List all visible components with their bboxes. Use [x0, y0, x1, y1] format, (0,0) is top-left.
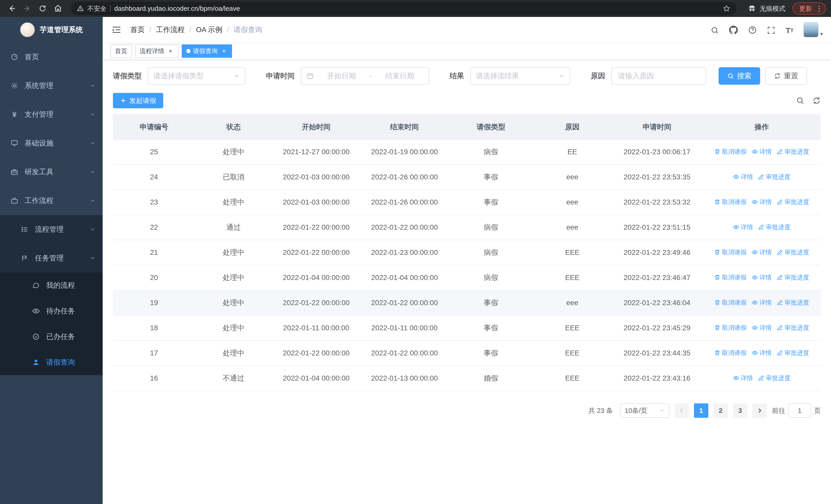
- page-size-select[interactable]: 10条/页: [620, 404, 669, 418]
- detail-action[interactable]: 详情: [733, 173, 753, 181]
- sidebar-item-home[interactable]: 首页: [0, 42, 103, 71]
- detail-action[interactable]: 详情: [733, 223, 753, 231]
- app-logo[interactable]: 芋道管理系统: [0, 17, 103, 42]
- sidebar-item-done-tasks[interactable]: 已办任务: [0, 324, 103, 350]
- breadcrumb-item[interactable]: 首页: [131, 25, 145, 35]
- fullscreen-icon[interactable]: [763, 23, 780, 37]
- tab-home[interactable]: 首页: [110, 45, 132, 58]
- approval-progress-action[interactable]: 审批进度: [777, 198, 809, 206]
- cell-leave-type: 病假: [449, 139, 533, 165]
- breadcrumb-item[interactable]: OA 示例: [196, 25, 223, 35]
- approval-progress-action[interactable]: 审批进度: [777, 273, 809, 281]
- cell-leave-type: 事假: [449, 190, 533, 215]
- update-chip[interactable]: 更新 ⋮: [793, 2, 826, 14]
- approval-progress-action[interactable]: 审批进度: [777, 148, 809, 156]
- calendar-icon: [307, 72, 314, 80]
- sidebar-item-devtools[interactable]: 研发工具: [0, 157, 103, 186]
- cancel-leave-action[interactable]: 取消请假: [714, 248, 747, 256]
- close-icon[interactable]: ×: [220, 48, 227, 55]
- detail-action[interactable]: 详情: [752, 273, 772, 281]
- cancel-leave-action[interactable]: 取消请假: [714, 148, 747, 156]
- cancel-leave-action[interactable]: 取消请假: [714, 273, 747, 281]
- github-icon[interactable]: [724, 23, 742, 37]
- approval-progress-action[interactable]: 审批进度: [777, 324, 809, 332]
- chevron-right-icon: [756, 408, 763, 414]
- sidebar-item-todo-tasks[interactable]: 待办任务: [0, 298, 103, 324]
- cancel-leave-action[interactable]: 取消请假: [714, 324, 747, 332]
- prev-page-button[interactable]: [675, 404, 689, 418]
- sidebar-item-infrastructure[interactable]: 基础设施: [0, 129, 103, 157]
- address-bar[interactable]: 不安全 dashboard.yudao.iocoder.cn/bpm/oa/le…: [71, 2, 737, 15]
- approval-progress-action[interactable]: 审批进度: [758, 173, 791, 181]
- sidebar-item-workflow[interactable]: 工作流程: [0, 186, 103, 215]
- approval-progress-action[interactable]: 审批进度: [777, 248, 809, 256]
- date-range-picker[interactable]: 开始日期 - 结束日期: [301, 67, 429, 85]
- reload-button[interactable]: [36, 2, 49, 15]
- leave-type-label: 请假类型: [113, 71, 142, 81]
- sidebar-toggle-icon[interactable]: [110, 23, 123, 36]
- detail-action[interactable]: 详情: [752, 324, 772, 332]
- reset-button[interactable]: 重置: [765, 67, 807, 85]
- detail-action[interactable]: 详情: [752, 248, 772, 256]
- page-button-2[interactable]: 2: [713, 404, 728, 418]
- sidebar-item-my-processes[interactable]: 我的流程: [0, 272, 103, 298]
- detail-action[interactable]: 详情: [752, 198, 772, 206]
- cancel-leave-action[interactable]: 取消请假: [714, 349, 747, 357]
- cancel-leave-action[interactable]: 取消请假: [714, 198, 747, 206]
- close-icon[interactable]: ×: [167, 48, 174, 55]
- approval-progress-action[interactable]: 审批进度: [758, 374, 791, 382]
- create-leave-label: 发起请假: [130, 96, 156, 105]
- cell-apply-id: 24: [113, 165, 195, 190]
- sidebar-item-payment[interactable]: ¥ 支付管理: [0, 100, 103, 129]
- page-button-1[interactable]: 1: [694, 404, 708, 418]
- search-icon[interactable]: [706, 23, 723, 37]
- menu-dots-icon[interactable]: ⋮: [815, 4, 823, 13]
- user-menu[interactable]: ▾: [803, 22, 823, 37]
- forward-button[interactable]: [21, 2, 34, 15]
- approval-progress-action[interactable]: 审批进度: [777, 298, 809, 307]
- cell-start-time: 2022-01-22 00:00:00: [272, 290, 360, 316]
- sidebar-item-process-management[interactable]: 流程管理: [0, 215, 103, 244]
- create-leave-button[interactable]: 发起请假: [113, 93, 163, 108]
- font-size-icon[interactable]: TT: [781, 24, 798, 37]
- refresh-icon[interactable]: [812, 96, 821, 105]
- reason-label: 原因: [591, 71, 605, 81]
- detail-action[interactable]: 详情: [752, 298, 772, 307]
- sidebar-item-leave-query[interactable]: 请假查询: [0, 350, 103, 375]
- cell-apply-id: 19: [113, 290, 195, 316]
- page-size-value: 10条/页: [625, 406, 647, 415]
- breadcrumb-item[interactable]: 工作流程: [156, 25, 185, 35]
- col-apply-id: 申请编号: [113, 115, 195, 139]
- sidebar-item-system[interactable]: 系统管理: [0, 71, 103, 100]
- detail-action[interactable]: 详情: [733, 374, 753, 382]
- back-button[interactable]: [5, 2, 19, 15]
- leave-type-select[interactable]: 请选择请假类型: [148, 67, 245, 85]
- approval-progress-action[interactable]: 审批进度: [777, 349, 809, 357]
- app-title: 芋道管理系统: [40, 25, 83, 35]
- caret-down-icon: ▾: [820, 31, 823, 37]
- detail-action[interactable]: 详情: [752, 349, 772, 357]
- sidebar-item-task-management[interactable]: 任务管理: [0, 244, 103, 272]
- detail-action[interactable]: 详情: [752, 148, 772, 156]
- page-button-3[interactable]: 3: [733, 404, 747, 418]
- bookmark-star-icon[interactable]: [723, 5, 730, 12]
- sidebar-item-label: 研发工具: [25, 167, 53, 177]
- approval-progress-action[interactable]: 审批进度: [758, 223, 791, 231]
- result-select[interactable]: 请选择流结果: [470, 67, 570, 85]
- hide-search-icon[interactable]: [796, 96, 804, 105]
- chevron-down-icon: [90, 140, 95, 146]
- next-page-button[interactable]: [752, 404, 767, 418]
- chevron-up-icon: [90, 255, 95, 261]
- cell-reason: EE: [533, 139, 611, 165]
- help-icon[interactable]: [744, 23, 762, 37]
- cancel-leave-action[interactable]: 取消请假: [714, 298, 747, 307]
- home-button[interactable]: [51, 2, 65, 15]
- tab-leave-query[interactable]: 请假查询 ×: [182, 45, 232, 58]
- goto-page-input[interactable]: [789, 404, 811, 418]
- search-button[interactable]: 搜索: [719, 67, 760, 85]
- main-area: 首页 / 工作流程 / OA 示例 / 请假查询: [103, 17, 831, 504]
- reason-input[interactable]: [611, 67, 706, 85]
- tab-process-detail[interactable]: 流程详情 ×: [135, 45, 179, 58]
- cell-reason: EEE: [533, 366, 611, 391]
- table-toolbar: 发起请假: [113, 93, 821, 108]
